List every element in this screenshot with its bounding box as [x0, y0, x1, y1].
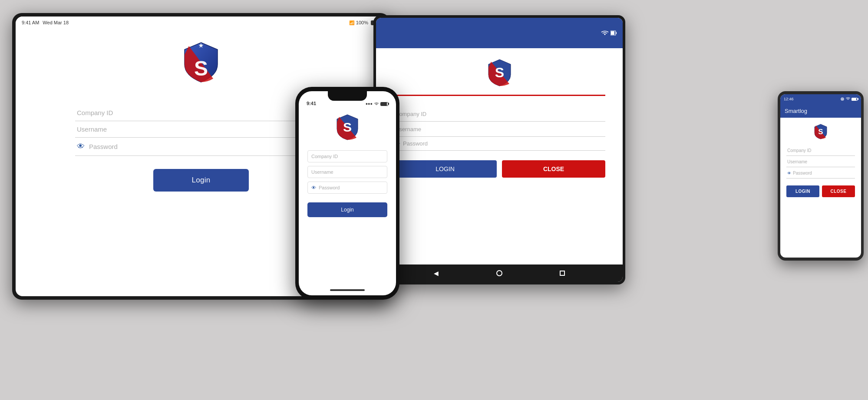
iphone-form: 👁 Login [307, 150, 387, 217]
svg-point-8 [842, 99, 843, 100]
iphone-status-icons: ●●● [366, 102, 388, 106]
iphone-password-field[interactable]: 👁 [307, 182, 387, 194]
android-tablet-password-field[interactable]: 👁 [393, 137, 605, 151]
android-phone-statusbar: 12:46 [780, 94, 861, 104]
ipad-login-button[interactable]: Login [153, 169, 249, 192]
svg-text:S: S [343, 120, 352, 134]
android-tablet-logo: S [488, 59, 512, 87]
android-tablet-status-icons [601, 30, 617, 36]
android-tablet-password-input[interactable] [403, 140, 604, 147]
android-nav-home-icon[interactable] [496, 270, 502, 276]
iphone-notch [328, 91, 367, 101]
ipad-password-field[interactable]: 👁 [75, 138, 327, 156]
svg-text:S: S [194, 57, 208, 80]
android-phone-company-input[interactable] [787, 148, 854, 153]
android-phone-password-input[interactable] [793, 171, 854, 175]
android-phone-login-button[interactable]: LOGIN [786, 185, 819, 197]
iphone-wifi-icon [374, 102, 379, 106]
iphone-time: 9:41 [307, 101, 316, 106]
iphone-company-field[interactable] [307, 150, 387, 162]
ipad-logo: S [184, 42, 218, 83]
android-tablet-nav: ◀ [376, 264, 623, 282]
svg-rect-4 [611, 31, 614, 35]
ipad-company-id-input[interactable] [77, 109, 325, 116]
android-phone-content: S 👁 LOGIN CLOSE [780, 118, 861, 258]
svg-text:S: S [818, 128, 823, 136]
android-tablet-device: S 👁 LOGIN CLOSE [373, 15, 625, 284]
android-tablet-username-input[interactable] [395, 126, 604, 132]
android-tablet-wifi-icon [601, 30, 609, 36]
android-phone-screen: 12:46 Smartlog [780, 94, 861, 258]
android-phone-eye-status-icon [840, 97, 845, 101]
android-tablet-screen: S 👁 LOGIN CLOSE [376, 18, 623, 282]
ipad-password-input[interactable] [89, 143, 325, 150]
android-phone-battery-icon [851, 98, 858, 101]
android-tablet-body: S 👁 LOGIN CLOSE [376, 48, 623, 264]
ipad-time: 9:41 AM [22, 20, 39, 25]
iphone-username-field[interactable] [307, 166, 387, 178]
iphone-password-input[interactable] [319, 185, 383, 190]
ipad-date: Wed Mar 18 [43, 20, 69, 25]
android-tablet-battery-icon [611, 30, 617, 36]
ipad-username-field[interactable] [75, 121, 327, 138]
android-phone-username-field[interactable] [786, 157, 855, 167]
android-phone-close-button[interactable]: CLOSE [822, 185, 855, 197]
android-tablet-company-field[interactable] [393, 106, 605, 122]
android-tablet-close-button[interactable]: CLOSE [502, 160, 605, 178]
iphone-login-button[interactable]: Login [307, 202, 387, 217]
android-phone-form: 👁 [786, 145, 855, 179]
iphone-home-indicator [330, 289, 365, 291]
android-nav-recent-icon[interactable] [560, 271, 565, 276]
android-phone-company-field[interactable] [786, 145, 855, 156]
ipad-company-id-field[interactable] [75, 105, 327, 121]
android-phone-title: Smartlog [785, 108, 807, 114]
android-nav-back-icon[interactable]: ◀ [434, 270, 439, 277]
iphone-eye-icon[interactable]: 👁 [311, 185, 316, 190]
iphone-content: S 👁 Login [299, 108, 396, 285]
android-phone-password-field[interactable]: 👁 [786, 168, 855, 179]
android-phone-logo: S [814, 124, 827, 139]
android-tablet-company-input[interactable] [395, 111, 604, 117]
android-phone-device: 12:46 Smartlog [778, 91, 864, 261]
svg-text:S: S [495, 65, 504, 80]
android-tablet-buttons: LOGIN CLOSE [393, 160, 605, 178]
iphone-signal-icon: ●●● [366, 102, 373, 106]
android-phone-eye-icon[interactable]: 👁 [787, 171, 791, 175]
ipad-form: 👁 Login [75, 105, 327, 192]
iphone-battery-icon [380, 102, 388, 106]
iphone-device: 9:41 ●●● S [295, 87, 399, 300]
iphone-home-bar [299, 285, 396, 295]
android-phone-buttons: LOGIN CLOSE [786, 185, 855, 197]
android-phone-status-icons [840, 97, 858, 101]
ipad-statusbar: 9:41 AM Wed Mar 18 📶 100% [16, 17, 386, 29]
iphone-company-input[interactable] [311, 154, 383, 159]
android-phone-time: 12:46 [784, 97, 794, 101]
ipad-battery: 100% [356, 20, 368, 25]
ipad-wifi-icon: 📶 [349, 20, 354, 25]
iphone-screen: 9:41 ●●● S [299, 91, 396, 295]
svg-rect-3 [616, 32, 617, 34]
android-tablet-login-button[interactable]: LOGIN [393, 160, 497, 178]
ipad-statusbar-left: 9:41 AM Wed Mar 18 [22, 20, 69, 25]
android-tablet-red-line [393, 95, 605, 96]
android-tablet-username-field[interactable] [393, 122, 605, 137]
iphone-username-input[interactable] [311, 169, 383, 175]
android-phone-titlebar: Smartlog [780, 104, 861, 118]
ipad-username-input[interactable] [77, 126, 325, 133]
android-phone-username-input[interactable] [787, 159, 854, 164]
android-tablet-header [376, 18, 623, 48]
eye-icon[interactable]: 👁 [77, 142, 85, 151]
iphone-logo: S [336, 114, 359, 141]
android-tablet-form: 👁 [393, 106, 605, 151]
android-phone-wifi-icon [846, 97, 850, 101]
